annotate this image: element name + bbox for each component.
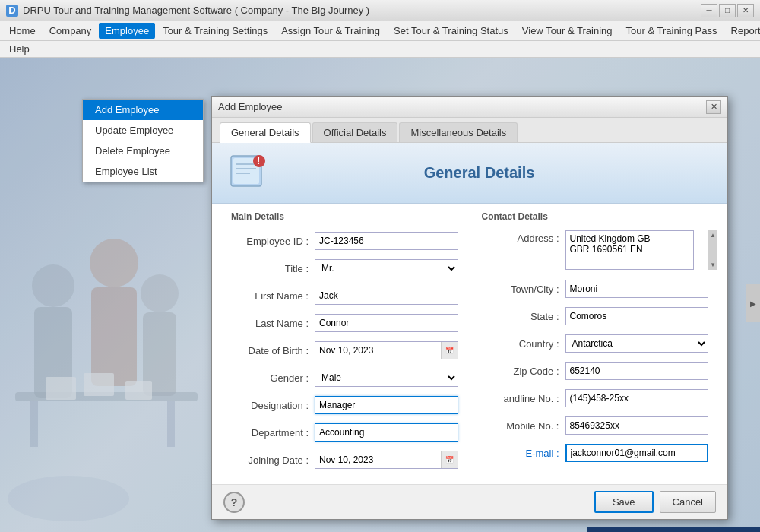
title-bar-left: D DRPU Tour and Training Management Soft…	[6, 5, 369, 17]
dropdown-update-employee[interactable]: Update Employee	[83, 120, 203, 141]
joining-date-wrapper: 📅	[315, 451, 458, 469]
last-name-input[interactable]	[315, 314, 458, 332]
address-label: Address :	[482, 230, 565, 244]
menu-reports[interactable]: Reports	[725, 23, 760, 39]
modal-bottom-bar: ? Save Cancel	[212, 484, 727, 519]
designation-row: Designation :	[231, 394, 458, 416]
last-name-label: Last Name :	[231, 318, 315, 329]
svg-text:!: !	[257, 155, 260, 166]
zipcode-row: Zip Code :	[482, 360, 709, 382]
dropdown-container: Add Employee Update Employee Delete Empl…	[82, 99, 204, 182]
form-divider	[470, 211, 470, 477]
main-details-column: Main Details Employee ID : Title : Mr. M…	[223, 211, 466, 477]
joining-date-calendar-button[interactable]: 📅	[441, 451, 458, 468]
dropdown-delete-employee[interactable]: Delete Employee	[83, 141, 203, 161]
address-scrollbar[interactable]: ▲ ▼	[708, 230, 717, 270]
modal-tab-bar: General Details Official Details Miscell…	[212, 118, 727, 143]
employee-id-label: Employee ID :	[231, 236, 315, 247]
first-name-row: First Name :	[231, 285, 458, 306]
mobile-input[interactable]	[565, 416, 709, 435]
add-employee-modal: Add Employee ✕ General Details Official …	[211, 96, 728, 520]
department-input[interactable]	[315, 423, 458, 442]
dob-calendar-button[interactable]: 📅	[441, 342, 458, 359]
menu-tour-training-settings[interactable]: Tour & Training Settings	[157, 23, 274, 39]
country-select[interactable]: Antarctica United Kingdom USA Comoros	[565, 334, 709, 353]
state-label: State :	[482, 311, 565, 322]
mobile-label: Mobile No. :	[482, 420, 565, 432]
first-name-label: First Name :	[231, 290, 315, 302]
state-input[interactable]	[565, 307, 709, 325]
town-input[interactable]	[565, 280, 709, 298]
joining-date-input[interactable]	[315, 451, 441, 468]
zipcode-input[interactable]	[565, 362, 709, 380]
email-input[interactable]	[565, 444, 709, 462]
title-row: Title : Mr. Mrs. Ms. Dr.	[231, 258, 458, 279]
menu-employee[interactable]: Employee	[99, 23, 155, 39]
modal-close-button[interactable]: ✕	[706, 100, 721, 114]
email-label[interactable]: E-mail :	[482, 448, 565, 459]
address-input[interactable]: United Kingdom GB GBR 1690561 EN	[565, 230, 694, 270]
mobile-row: Mobile No. :	[482, 415, 709, 436]
modal-title: Add Employee	[218, 101, 283, 112]
maximize-button[interactable]: □	[719, 4, 736, 17]
tab-general-details[interactable]: General Details	[220, 122, 311, 143]
designation-label: Designation :	[231, 400, 315, 411]
menu-tour-pass[interactable]: Tour & Training Pass	[620, 23, 724, 39]
employee-id-input[interactable]	[315, 232, 458, 250]
first-name-input[interactable]	[315, 287, 458, 305]
employee-dropdown-menu: Add Employee Update Employee Delete Empl…	[82, 99, 204, 182]
gender-row: Gender : Male Female Other	[231, 367, 458, 388]
menu-company[interactable]: Company	[43, 23, 98, 39]
menu-bar-row2: Help	[0, 41, 760, 58]
zipcode-label: Zip Code :	[482, 366, 565, 377]
country-row: Country : Antarctica United Kingdom USA …	[482, 333, 709, 354]
contact-details-title: Contact Details	[482, 211, 709, 224]
menu-view-tour[interactable]: View Tour & Training	[516, 23, 619, 39]
joining-date-label: Joining Date :	[231, 454, 315, 466]
menu-bar: Home Company Employee Tour & Training Se…	[0, 21, 760, 41]
department-row: Department :	[231, 422, 458, 443]
dob-label: Date of Birth :	[231, 345, 315, 356]
background-area: Add Employee Update Employee Delete Empl…	[0, 58, 760, 532]
button-group: Save Cancel	[594, 491, 716, 513]
menu-assign-tour[interactable]: Assign Tour & Training	[275, 23, 386, 39]
landline-label: andline No. :	[482, 393, 565, 404]
designation-input[interactable]	[315, 396, 458, 414]
help-button[interactable]: ?	[223, 492, 245, 513]
country-label: Country :	[482, 338, 565, 350]
dob-date-wrapper: 📅	[315, 341, 458, 359]
scroll-right-arrow[interactable]: ▶	[746, 284, 760, 322]
town-label: Town/City :	[482, 283, 565, 295]
app-title: DRPU Tour and Training Management Softwa…	[23, 5, 369, 16]
title-bar: D DRPU Tour and Training Management Soft…	[0, 0, 760, 21]
landline-row: andline No. :	[482, 388, 709, 409]
main-details-title: Main Details	[231, 211, 458, 224]
modal-content-area: ! General Details Main Details Employee …	[212, 143, 727, 484]
contact-details-column: Contact Details Address : United Kingdom…	[474, 211, 717, 477]
dropdown-add-employee[interactable]: Add Employee	[83, 100, 203, 120]
tab-miscellaneous-details[interactable]: Miscellaneous Details	[399, 122, 518, 142]
cancel-button[interactable]: Cancel	[660, 491, 716, 513]
save-button[interactable]: Save	[594, 491, 654, 513]
last-name-row: Last Name :	[231, 312, 458, 334]
minimize-button[interactable]: ─	[701, 4, 717, 17]
header-icon-area: !	[227, 152, 280, 194]
book-icon: !	[227, 152, 273, 190]
address-row: Address : United Kingdom GB GBR 1690561 …	[482, 230, 709, 272]
email-row: E-mail :	[482, 442, 709, 464]
app-icon: D	[6, 5, 18, 17]
gender-select[interactable]: Male Female Other	[315, 369, 458, 387]
dropdown-employee-list[interactable]: Employee List	[83, 161, 203, 182]
employee-id-row: Employee ID :	[231, 230, 458, 252]
tab-official-details[interactable]: Official Details	[312, 122, 398, 142]
close-button[interactable]: ✕	[737, 4, 754, 17]
window-controls[interactable]: ─ □ ✕	[701, 4, 754, 17]
dob-input[interactable]	[315, 342, 441, 359]
landline-input[interactable]	[565, 389, 709, 407]
watermark: EmployeeSalarySoftware.com	[587, 527, 760, 532]
menu-home[interactable]: Home	[3, 23, 42, 39]
menu-help[interactable]: Help	[3, 41, 36, 57]
modal-title-bar: Add Employee ✕	[212, 97, 727, 118]
title-select[interactable]: Mr. Mrs. Ms. Dr.	[315, 259, 458, 277]
menu-set-status[interactable]: Set Tour & Training Status	[388, 23, 515, 39]
